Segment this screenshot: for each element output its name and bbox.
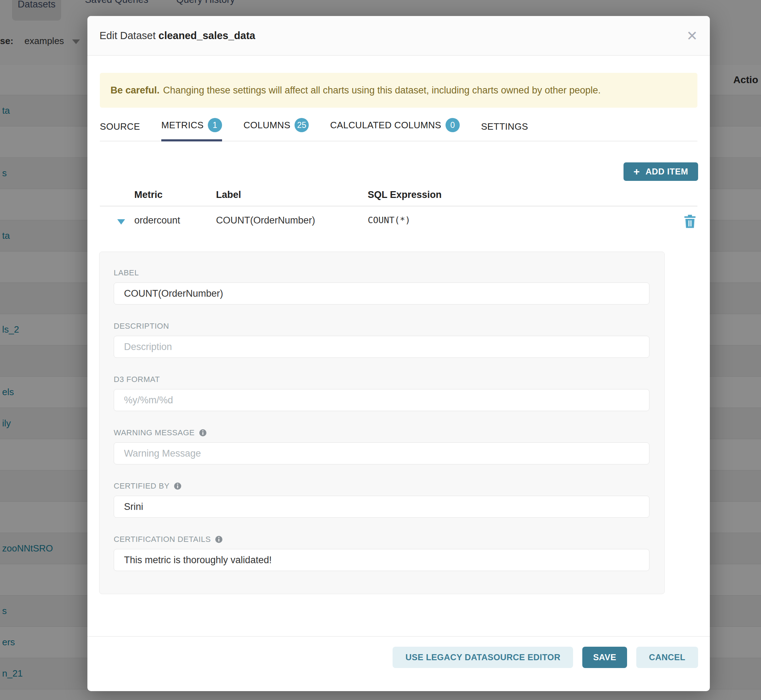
modal-title-dataset-name: cleaned_sales_data (158, 30, 255, 41)
modal-header: Edit Dataset cleaned_sales_data ✕ (88, 16, 710, 56)
modal-footer: USE LEGACY DATASOURCE EDITOR SAVE CANCEL (392, 647, 698, 668)
tab-calculated-columns-label: CALCULATED COLUMNS (330, 120, 441, 131)
collapse-caret-icon[interactable] (117, 219, 125, 225)
close-icon[interactable]: ✕ (684, 27, 701, 44)
field-label-caption: LABEL (114, 268, 649, 278)
calculated-columns-count-badge: 0 (445, 118, 460, 132)
info-icon (174, 482, 181, 490)
modal-tabs: SOURCE METRICS 1 COLUMNS 25 CALCULATED C… (100, 112, 697, 141)
sql-expression-column-header: SQL Expression (368, 189, 442, 200)
tab-settings[interactable]: SETTINGS (481, 121, 528, 141)
tab-source[interactable]: SOURCE (100, 121, 140, 141)
footer-divider (88, 636, 710, 637)
label-column-header: Label (216, 189, 241, 200)
warning-message-input[interactable] (114, 442, 649, 464)
tab-settings-label: SETTINGS (481, 121, 528, 132)
d3-format-input[interactable] (114, 389, 649, 411)
info-icon (215, 536, 223, 543)
use-legacy-datasource-editor-button[interactable]: USE LEGACY DATASOURCE EDITOR (392, 647, 573, 668)
metric-sql-expression: COUNT(*) (368, 215, 410, 225)
warning-banner-text: Changing these settings will affect all … (163, 85, 601, 96)
field-certification-details: CERTIFICATION DETAILS (114, 535, 649, 571)
certified-by-input[interactable] (114, 496, 649, 518)
tab-columns[interactable]: COLUMNS 25 (243, 118, 309, 141)
field-description: DESCRIPTION (114, 322, 649, 358)
metric-detail-panel: LABEL DESCRIPTION D3 FORMAT WARNING MESS… (99, 252, 665, 594)
metric-name: ordercount (134, 215, 180, 226)
save-button[interactable]: SAVE (582, 647, 627, 668)
metrics-count-badge: 1 (208, 118, 222, 132)
warning-banner: Be careful. Changing these settings will… (100, 73, 697, 108)
label-input[interactable] (114, 283, 649, 305)
modal-title: Edit Dataset cleaned_sales_data (100, 30, 255, 42)
field-d3-format: D3 FORMAT (114, 375, 649, 411)
columns-count-badge: 25 (295, 118, 309, 132)
tab-calculated-columns[interactable]: CALCULATED COLUMNS 0 (330, 118, 460, 141)
warning-banner-bold: Be careful. (111, 85, 159, 96)
field-d3-format-caption: D3 FORMAT (114, 375, 649, 384)
metric-column-header: Metric (134, 189, 163, 200)
field-description-caption: DESCRIPTION (114, 322, 649, 331)
add-item-label: ADD ITEM (645, 167, 688, 177)
metric-label: COUNT(OrderNumber) (216, 215, 315, 226)
tab-source-label: SOURCE (100, 121, 140, 132)
plus-icon: + (633, 166, 640, 177)
field-certified-by: CERTIFIED BY (114, 481, 649, 518)
trash-icon[interactable] (684, 214, 696, 228)
certification-details-input[interactable] (114, 549, 649, 571)
tab-metrics-label: METRICS (161, 120, 203, 131)
description-input[interactable] (114, 336, 649, 358)
field-certification-details-caption: CERTIFICATION DETAILS (114, 535, 211, 544)
add-item-button[interactable]: + ADD ITEM (623, 162, 698, 181)
tab-metrics[interactable]: METRICS 1 (161, 118, 222, 141)
edit-dataset-modal: Edit Dataset cleaned_sales_data ✕ Be car… (88, 16, 710, 691)
cancel-button[interactable]: CANCEL (636, 647, 698, 668)
field-warning-message-caption: WARNING MESSAGE (114, 428, 195, 438)
field-label: LABEL (114, 268, 649, 305)
modal-title-prefix: Edit Dataset (100, 30, 158, 41)
info-icon (199, 429, 207, 437)
field-certified-by-caption: CERTIFIED BY (114, 481, 169, 491)
metric-row: ordercount COUNT(OrderNumber) COUNT(*) (100, 206, 697, 236)
tab-columns-label: COLUMNS (243, 120, 290, 131)
datasets-page: Datasets Saved Queries Query History se:… (0, 0, 761, 700)
field-warning-message: WARNING MESSAGE (114, 428, 649, 464)
metrics-table-header: Metric Label SQL Expression (100, 186, 697, 206)
